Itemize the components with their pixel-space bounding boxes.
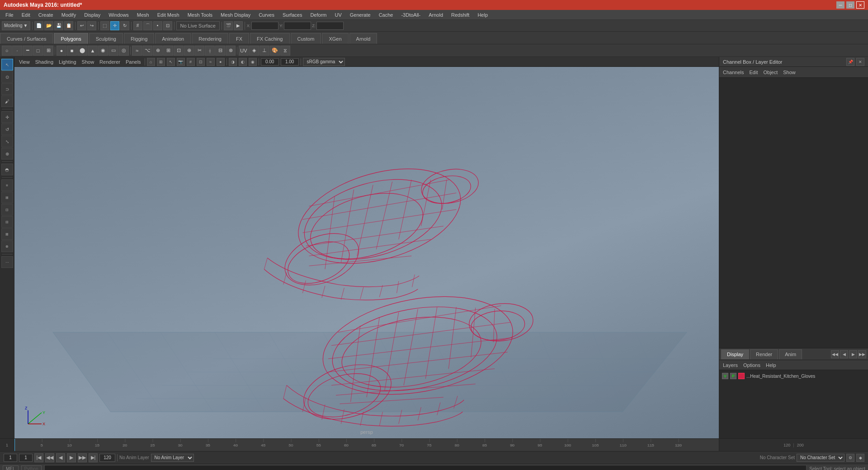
extrude-btn[interactable]: ⊕ bbox=[153, 46, 163, 56]
vp-value2-input[interactable] bbox=[281, 58, 299, 66]
layer-next-btn[interactable]: ▶▶ bbox=[858, 350, 866, 358]
vp-menu-view[interactable]: View bbox=[17, 59, 32, 65]
snap-grid[interactable]: # bbox=[133, 21, 142, 30]
cylinder-btn[interactable]: ⬤ bbox=[77, 46, 87, 56]
timeline-ruler[interactable]: 5 10 15 20 25 30 35 40 45 50 55 60 65 70… bbox=[14, 439, 719, 451]
menu-help[interactable]: Help bbox=[474, 11, 491, 19]
save-as-button[interactable]: 📋 bbox=[64, 21, 73, 30]
close-button[interactable]: ✕ bbox=[856, 1, 864, 9]
universal-manip[interactable]: ⊕ bbox=[1, 148, 13, 160]
cone-btn[interactable]: ▲ bbox=[88, 46, 98, 56]
normal-btn[interactable]: ⊥ bbox=[259, 46, 269, 56]
color-btn[interactable]: 🎨 bbox=[270, 46, 280, 56]
menu-display[interactable]: Display bbox=[80, 11, 104, 19]
select-btn[interactable]: ↖ bbox=[1, 59, 13, 70]
tab-animation[interactable]: Animation bbox=[155, 33, 191, 44]
tab-arnold[interactable]: Arnold bbox=[349, 33, 377, 44]
smooth-btn[interactable]: ≈ bbox=[132, 46, 142, 56]
fill-hole-btn[interactable]: ⊡ bbox=[174, 46, 184, 56]
vp-isolate-btn[interactable]: ◑ bbox=[229, 58, 237, 66]
sphere-btn[interactable]: ● bbox=[57, 46, 66, 56]
layer-tab-render[interactable]: Render bbox=[750, 349, 778, 359]
menu-create[interactable]: Create bbox=[35, 11, 57, 19]
anim-end-input[interactable] bbox=[99, 454, 115, 462]
mel-input[interactable] bbox=[44, 465, 807, 470]
tab-fx[interactable]: FX bbox=[229, 33, 249, 44]
anim-key-btn[interactable]: ◆ bbox=[856, 454, 864, 462]
uvmap-mode[interactable]: ⊞ bbox=[43, 46, 53, 56]
bevel-btn[interactable]: ⌥ bbox=[142, 46, 152, 56]
menu-mesh-display[interactable]: Mesh Display bbox=[217, 11, 254, 19]
vp-xray-btn[interactable]: ◐ bbox=[239, 58, 247, 66]
layer-btn2[interactable]: ⊞ bbox=[1, 192, 13, 203]
undo-button[interactable]: ↩ bbox=[77, 21, 86, 30]
vp-value1-input[interactable] bbox=[261, 58, 279, 66]
rotate-btn[interactable]: ↺ bbox=[1, 123, 13, 135]
menu-deform[interactable]: Deform bbox=[307, 11, 330, 19]
scale-btn[interactable]: ⤡ bbox=[1, 136, 13, 147]
cb-nav-edit[interactable]: Edit bbox=[749, 70, 758, 75]
select-mode[interactable]: ○ bbox=[2, 46, 12, 56]
cb-nav-channels[interactable]: Channels bbox=[723, 70, 744, 75]
vp-menu-show[interactable]: Show bbox=[80, 59, 96, 65]
extra-btn[interactable]: ⋯ bbox=[1, 256, 13, 268]
anim-fwd-btn[interactable]: ▶▶ bbox=[78, 453, 87, 462]
menu-edit[interactable]: Edit bbox=[18, 11, 34, 19]
z-input[interactable] bbox=[316, 22, 344, 30]
torus-btn[interactable]: ◉ bbox=[98, 46, 108, 56]
anim-back-btn[interactable]: ◀ bbox=[56, 453, 65, 462]
paint-btn[interactable]: 🖌 bbox=[1, 95, 13, 107]
soft-mod-btn[interactable]: ◓ bbox=[1, 164, 13, 175]
anim-prev-btn[interactable]: ◀◀ bbox=[45, 453, 54, 462]
bridge-btn[interactable]: ⊞ bbox=[163, 46, 173, 56]
layer-tab-display[interactable]: Display bbox=[721, 349, 749, 359]
anim-play-fwd-btn[interactable]: ▶ bbox=[67, 453, 76, 462]
anim-layer-dropdown[interactable]: No Anim Layer bbox=[151, 454, 194, 462]
cut-btn[interactable]: ✂ bbox=[194, 46, 204, 56]
python-label[interactable]: Python bbox=[21, 465, 42, 470]
anim-settings-btn[interactable]: ⚙ bbox=[846, 454, 854, 462]
paint-select-btn[interactable]: ⊙ bbox=[1, 71, 13, 83]
uv-editor-btn[interactable]: UV bbox=[239, 46, 249, 56]
menu-redshift[interactable]: Redshift bbox=[448, 11, 473, 19]
menu-mesh[interactable]: Mesh bbox=[133, 11, 153, 19]
vp-camera-btn[interactable]: 📷 bbox=[177, 58, 185, 66]
gamma-dropdown[interactable]: sRGB gamma bbox=[303, 58, 345, 66]
vp-highlight-btn[interactable]: ◉ bbox=[249, 58, 257, 66]
cb-close-btn[interactable]: ✕ bbox=[856, 58, 864, 66]
disk-btn[interactable]: ◎ bbox=[119, 46, 129, 56]
anim-first-btn[interactable]: |◀ bbox=[34, 453, 43, 462]
layer-btn4[interactable]: ⊟ bbox=[1, 216, 13, 228]
render-btn[interactable]: 🎬 bbox=[224, 21, 233, 30]
vp-menu-lighting[interactable]: Lighting bbox=[57, 59, 78, 65]
mel-label[interactable]: MEL bbox=[3, 465, 19, 470]
snap-view[interactable]: ⊡ bbox=[163, 21, 172, 30]
mode-dropdown[interactable]: Modeling ▼ bbox=[2, 21, 30, 30]
tab-xgen[interactable]: XGen bbox=[322, 33, 348, 44]
tab-rendering[interactable]: Rendering bbox=[192, 33, 228, 44]
layer-back-btn[interactable]: ◀ bbox=[840, 350, 848, 358]
menu-edit-mesh[interactable]: Edit Mesh bbox=[154, 11, 183, 19]
crease-btn[interactable]: ⧖ bbox=[280, 46, 290, 56]
tab-custom[interactable]: Custom bbox=[291, 33, 321, 44]
face-mode[interactable]: □ bbox=[33, 46, 43, 56]
layer-btn6[interactable]: ⊗ bbox=[1, 240, 13, 252]
layer-color-swatch[interactable] bbox=[738, 373, 745, 379]
save-button[interactable]: 💾 bbox=[54, 21, 63, 30]
layer-tab-anim[interactable]: Anim bbox=[779, 349, 802, 359]
move-tool[interactable]: ✛ bbox=[110, 21, 119, 30]
menu-curves[interactable]: Curves bbox=[255, 11, 278, 19]
tab-fx-caching[interactable]: FX Caching bbox=[250, 33, 289, 44]
tab-polygons[interactable]: Polygons bbox=[54, 33, 88, 44]
vp-grid-btn[interactable]: # bbox=[187, 58, 195, 66]
layer-btn3[interactable]: ⊡ bbox=[1, 204, 13, 216]
display-btn[interactable]: ◈ bbox=[249, 46, 259, 56]
vp-home-btn[interactable]: ⌂ bbox=[147, 58, 155, 66]
split-btn[interactable]: ⟊ bbox=[205, 46, 215, 56]
no-live-surface[interactable]: No Live Surface bbox=[176, 21, 220, 30]
redo-button[interactable]: ↪ bbox=[87, 21, 96, 30]
x-input[interactable] bbox=[251, 22, 278, 30]
maximize-button[interactable]: □ bbox=[846, 1, 854, 9]
vp-wire-btn[interactable]: ⊡ bbox=[197, 58, 205, 66]
append-btn[interactable]: ⊕ bbox=[184, 46, 194, 56]
